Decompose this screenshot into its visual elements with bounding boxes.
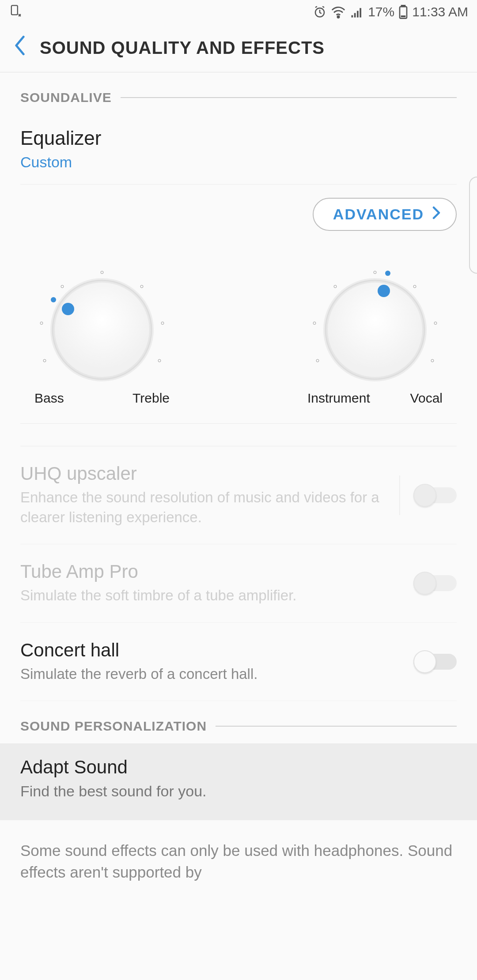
battery-percent: 17% [368,4,394,19]
equalizer-value: Custom [20,154,457,171]
svg-point-28 [434,322,437,324]
uhq-title: UHQ upscaler [20,463,386,484]
tube-amp-row: Tube Amp Pro Simulate the soft timbre of… [20,544,457,623]
svg-point-26 [374,271,376,274]
svg-point-32 [378,285,390,297]
alarm-icon [313,5,326,19]
tube-desc: Simulate the soft timbre of a tube ampli… [20,586,400,606]
advanced-label: ADVANCED [333,206,424,223]
concert-title: Concert hall [20,640,400,661]
svg-point-15 [101,271,103,274]
section-header-personalization: SOUND PERSONALIZATION [20,701,457,734]
svg-rect-0 [11,5,18,15]
svg-point-24 [313,322,316,324]
svg-point-12 [43,359,46,362]
svg-rect-11 [401,15,406,17]
uhq-upscaler-row: UHQ upscaler Enhance the sound resolutio… [20,446,457,544]
svg-point-17 [161,322,164,324]
dial-left-low: Bass [34,391,64,406]
uhq-desc: Enhance the sound resolution of music an… [20,488,386,527]
svg-point-23 [316,359,319,362]
concert-desc: Simulate the reverb of a concert hall. [20,664,400,684]
adapt-sound-row[interactable]: Adapt Sound Find the best sound for you. [0,743,477,820]
svg-rect-7 [357,11,359,18]
svg-rect-10 [401,5,405,7]
advanced-button[interactable]: ADVANCED [313,198,457,231]
divider-icon [121,97,457,98]
battery-icon [399,5,408,19]
svg-point-21 [62,303,74,315]
dial-left-high: Treble [132,391,170,406]
svg-point-33 [385,271,390,276]
edge-panel-handle[interactable] [469,177,477,274]
svg-point-18 [158,359,161,362]
footnote-text: Some sound effects can only be used with… [0,820,477,883]
svg-point-25 [334,285,337,288]
dial-right-low: Instrument [307,391,370,406]
section-label: SOUNDALIVE [20,90,112,105]
chevron-right-icon [432,206,441,223]
page-title: SOUND QUALITY AND EFFECTS [40,38,325,58]
concert-toggle[interactable] [413,650,457,673]
sim-alert-icon [9,4,21,20]
svg-point-27 [413,285,416,288]
svg-point-29 [431,359,434,362]
adapt-desc: Find the best sound for you. [20,781,457,802]
divider-icon [216,726,457,727]
adapt-title: Adapt Sound [20,757,457,778]
clock-text: 11:33 AM [412,4,468,19]
back-button[interactable] [13,35,26,60]
dial-right-high: Vocal [410,391,443,406]
signal-icon [350,5,363,19]
equalizer-setting[interactable]: Equalizer Custom [20,105,457,185]
svg-point-22 [51,297,56,302]
wifi-icon [331,5,346,19]
bass-treble-dial[interactable]: Bass Treble [29,259,175,406]
svg-rect-8 [360,8,361,17]
svg-rect-5 [352,15,353,18]
svg-rect-6 [354,13,356,18]
concert-hall-row[interactable]: Concert hall Simulate the reverb of a co… [20,623,457,701]
status-bar: 17% 11:33 AM [0,0,477,24]
tone-dials: Bass Treble Instrument [20,237,457,424]
svg-point-13 [40,322,43,324]
equalizer-title: Equalizer [20,127,457,149]
section-header-soundalive: SOUNDALIVE [20,72,457,105]
app-bar: SOUND QUALITY AND EFFECTS [0,24,477,72]
svg-point-14 [61,285,64,288]
tube-title: Tube Amp Pro [20,561,400,582]
svg-point-16 [140,285,143,288]
divider-icon [399,475,400,515]
tube-toggle [413,572,457,595]
section-label: SOUND PERSONALIZATION [20,719,207,734]
instrument-vocal-dial[interactable]: Instrument Vocal [302,259,448,406]
uhq-toggle [413,484,457,507]
svg-point-4 [337,16,339,18]
